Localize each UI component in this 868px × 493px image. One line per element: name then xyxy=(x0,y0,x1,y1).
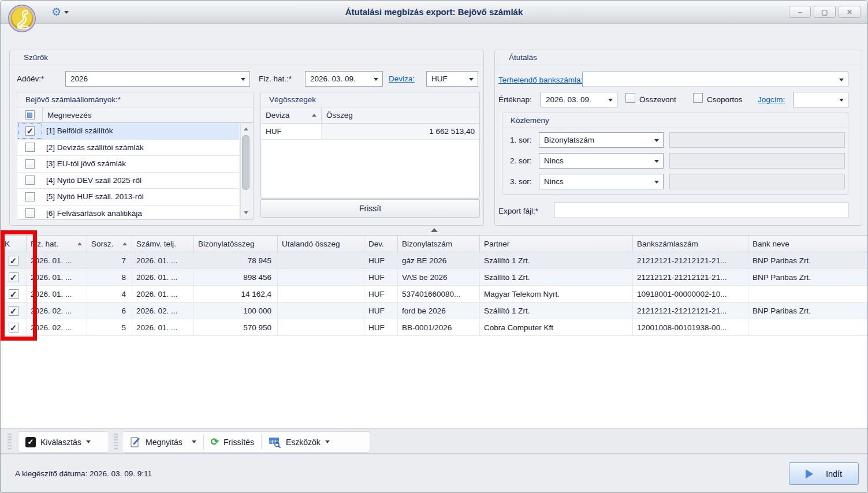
remittance-line-text-input[interactable] xyxy=(669,132,845,148)
bottom-toolbar: ✓ Kiválasztás Megnyitás ⟳ Frissítés xyxy=(1,428,867,454)
remittance-line-text-input[interactable] xyxy=(669,174,845,189)
stock-item-label: [2] Devizás szállítói számlák xyxy=(43,143,144,152)
selection-menu-button[interactable]: ✓ Kiválasztás xyxy=(18,432,98,452)
consolidated-checkbox[interactable] xyxy=(625,93,635,103)
stock-list-item[interactable]: [4] Nyitó DEV száll 2025-ről xyxy=(17,173,239,189)
grid-header-label: Számv. telj. xyxy=(136,240,176,248)
value-date-combo[interactable]: 2026. 03. 09. xyxy=(541,92,617,107)
row-checkbox[interactable]: ✓ xyxy=(9,306,18,316)
remittance-line-combo[interactable]: Nincs xyxy=(539,174,664,189)
stock-list-item[interactable]: [6] Felvásárlások analitikája xyxy=(17,206,239,221)
due-date-label: Fiz. hat.:* xyxy=(259,74,292,83)
grid-header-cell[interactable]: Bankszámlaszám xyxy=(633,236,748,252)
row-checkbox[interactable]: ✓ xyxy=(9,323,18,333)
minimize-button[interactable]: – xyxy=(789,6,811,18)
grid-header-cell[interactable]: Fiz. hat. xyxy=(27,236,87,252)
grid-row[interactable]: ✓2026. 02. ...52026. 01. ...570 950HUFBB… xyxy=(1,319,868,336)
grid-row[interactable]: ✓2026. 01. ...72026. 01. ...78 945HUFgáz… xyxy=(1,252,868,269)
grid-header-cell[interactable]: Utalandó összeg xyxy=(278,236,364,252)
supplement-date-text: A kiegészítő dátuma: 2026. 03. 09. 9:11 xyxy=(15,469,152,478)
stock-checkbox[interactable] xyxy=(25,143,35,152)
grid-header-cell[interactable]: Sorsz. xyxy=(87,236,132,252)
refresh-grid-button[interactable]: ⟳ Frissítés xyxy=(204,432,261,452)
consolidated-label: Összevont xyxy=(639,95,676,104)
stock-checkbox[interactable] xyxy=(25,175,35,185)
export-file-label: Export fájl:* xyxy=(498,207,538,215)
grid-header-cell[interactable]: Bizonylatösszeg xyxy=(194,236,278,252)
export-file-input[interactable] xyxy=(554,203,848,218)
grid-k-cell: ✓ xyxy=(1,286,27,302)
filters-caption: Szűrők xyxy=(10,50,483,65)
totals-col-osszeg[interactable]: Összeg xyxy=(322,111,479,119)
grid-header-label: Partner xyxy=(484,240,509,248)
grid-cell: 14 162,4 xyxy=(194,286,278,302)
row-checkbox[interactable]: ✓ xyxy=(9,289,18,299)
grid-header-cell[interactable]: Számv. telj. xyxy=(132,236,194,252)
grid-header-cell[interactable]: Bank neve xyxy=(748,236,868,252)
grouped-checkbox[interactable] xyxy=(693,93,703,103)
grid-header-label: Utalandó összeg xyxy=(282,240,340,248)
remittance-line-combo[interactable]: Bizonylatszám xyxy=(539,132,664,148)
start-button[interactable]: Indít xyxy=(789,462,859,485)
close-button[interactable]: ✕ xyxy=(839,6,860,18)
toolbar-grip[interactable] xyxy=(114,434,118,450)
stock-checkbox[interactable] xyxy=(25,208,35,218)
row-checkbox[interactable]: ✓ xyxy=(9,256,18,266)
chevron-down-icon xyxy=(86,440,91,443)
remittance-line-combo[interactable]: Nincs xyxy=(539,153,664,169)
grouped-label: Csoportos xyxy=(707,95,743,104)
stock-checkbox-cell xyxy=(17,173,43,189)
checked-box-icon: ✓ xyxy=(25,437,36,447)
totals-col-deviza[interactable]: Deviza xyxy=(261,107,322,123)
select-all-checkbox[interactable] xyxy=(25,110,35,119)
grid-header-cell[interactable]: Dev. xyxy=(364,236,398,252)
grid-cell xyxy=(748,286,868,302)
stock-list-item[interactable]: ✓[1] Belföldi szállítók xyxy=(17,123,239,140)
debit-account-link[interactable]: Terhelendő bankszámla:* xyxy=(498,76,586,84)
currency-link[interactable]: Deviza: xyxy=(389,74,415,83)
grid-cell: Szállító 1 Zrt. xyxy=(480,269,633,285)
selection-toolbar-panel: ✓ Kiválasztás xyxy=(18,431,109,453)
grid-row[interactable]: ✓2026. 01. ...82026. 01. ...898 456HUFVA… xyxy=(1,269,868,286)
tools-menu-button[interactable]: Eszközök xyxy=(262,432,337,452)
scrollbar-thumb[interactable] xyxy=(242,135,249,190)
grid-header-cell[interactable]: Bizonylatszám xyxy=(398,236,480,252)
scroll-down-button[interactable] xyxy=(241,208,251,218)
sort-asc-icon xyxy=(312,114,316,117)
grid-header-cell[interactable]: K xyxy=(1,236,27,252)
stock-list-item[interactable]: [2] Devizás szállítói számlák xyxy=(17,140,239,156)
grid-row[interactable]: ✓2026. 01. ...42026. 01. ...14 162,4HUF5… xyxy=(1,286,868,302)
open-menu-arrow[interactable] xyxy=(189,432,203,452)
stock-list-scrollbar[interactable] xyxy=(240,124,251,218)
debit-account-combo[interactable] xyxy=(582,72,848,87)
splitter-collapse-arrow[interactable] xyxy=(431,228,438,232)
app-logo-cobra-icon[interactable] xyxy=(8,4,36,33)
stock-checkbox[interactable] xyxy=(25,192,35,201)
refresh-totals-button[interactable]: ⟳ Frissít xyxy=(260,199,480,218)
legal-title-combo[interactable] xyxy=(793,92,848,107)
toolbar-grip[interactable] xyxy=(8,434,12,450)
remittance-line-text-input[interactable] xyxy=(669,153,845,169)
stock-list-item[interactable]: [5] Nyitó HUF száll. 2013-ról xyxy=(17,189,239,206)
stock-checkbox[interactable]: ✓ xyxy=(25,126,35,136)
totals-row[interactable]: HUF 1 662 513,40 xyxy=(261,124,479,140)
chevron-down-icon xyxy=(325,440,330,443)
stock-list-item[interactable]: [3] EU-tól jövő számlák xyxy=(17,156,239,173)
tax-year-combo[interactable]: 2026 xyxy=(65,71,250,87)
currency-combo[interactable]: HUF xyxy=(426,71,478,87)
grid-cell: 21212121-21212121-21... xyxy=(633,302,748,319)
scroll-up-button[interactable] xyxy=(241,124,251,134)
open-button[interactable]: Megnyitás xyxy=(122,432,189,452)
grid-cell: 2026. 02. ... xyxy=(27,319,87,335)
grid-cell: 2026. 01. ... xyxy=(132,286,194,302)
stock-checkbox[interactable] xyxy=(25,159,35,169)
grid-header-cell[interactable]: Partner xyxy=(480,236,633,252)
due-date-combo[interactable]: 2026. 03. 09. xyxy=(305,71,383,87)
row-checkbox[interactable]: ✓ xyxy=(9,272,18,282)
partial-check-icon xyxy=(27,113,32,118)
grid-cell: 2026. 02. ... xyxy=(132,302,194,319)
legal-title-link[interactable]: Jogcím: xyxy=(758,95,785,104)
grid-row[interactable]: ✓2026. 02. ...62026. 02. ...100 000HUFfo… xyxy=(1,302,868,319)
maximize-button[interactable]: ▢ xyxy=(814,6,836,18)
settings-menu-button[interactable]: ⚙ xyxy=(51,6,69,18)
